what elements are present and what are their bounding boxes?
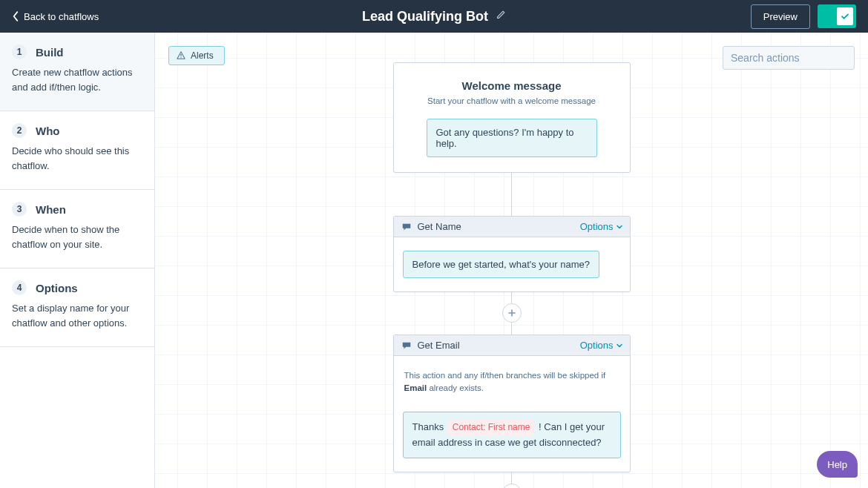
- main-area: 1 Build Create new chatflow actions and …: [0, 33, 868, 488]
- options-label: Options: [580, 221, 614, 232]
- chevron-left-icon: [12, 11, 19, 22]
- add-action-end: [502, 472, 522, 488]
- add-action-button[interactable]: [502, 303, 522, 323]
- node-header: Get Email Options: [394, 335, 630, 356]
- node-name: Get Email: [418, 340, 460, 351]
- steps-sidebar: 1 Build Create new chatflow actions and …: [0, 33, 155, 488]
- connector-line: [511, 291, 512, 303]
- sidebar-step-who[interactable]: 2 Who Decide who should see this chatflo…: [0, 111, 154, 190]
- step-number: 4: [12, 280, 27, 295]
- options-label: Options: [580, 340, 614, 351]
- step-number: 1: [12, 44, 27, 59]
- svg-point-0: [180, 57, 181, 58]
- contact-firstname-token: Contact: First name: [448, 420, 535, 435]
- check-icon: [841, 12, 849, 21]
- back-label: Back to chatflows: [24, 11, 99, 22]
- step-desc: Decide who should see this chatflow.: [12, 144, 142, 173]
- welcome-subtitle: Start your chatflow with a welcome messa…: [412, 96, 612, 105]
- caret-down-icon: [617, 343, 622, 349]
- node-name: Get Name: [418, 221, 461, 232]
- help-label: Help: [827, 459, 847, 470]
- get-email-bubble: Thanks Contact: First name ! Can I get y…: [403, 412, 621, 459]
- step-number: 3: [12, 202, 27, 217]
- sidebar-step-when[interactable]: 3 When Decide when to show the chatflow …: [0, 190, 154, 268]
- canvas[interactable]: Alerts Welcome message Start your chatfl…: [155, 33, 868, 488]
- connector-line: [511, 323, 512, 334]
- flow-column: Welcome message Start your chatflow with…: [393, 62, 631, 488]
- help-button[interactable]: Help: [817, 451, 858, 478]
- chat-icon: [401, 222, 412, 232]
- step-title: Who: [36, 125, 59, 137]
- publish-toggle[interactable]: [818, 4, 856, 28]
- step-number: 2: [12, 123, 27, 138]
- connector-line: [511, 472, 512, 484]
- plus-icon: [507, 309, 516, 317]
- skip-note-post: already exists.: [427, 383, 484, 392]
- warning-icon: [177, 51, 185, 60]
- chat-icon: [401, 340, 412, 351]
- sidebar-step-options[interactable]: 4 Options Set a display name for your ch…: [0, 268, 154, 347]
- add-action-between: [502, 291, 522, 334]
- publish-toggle-knob: [837, 7, 853, 25]
- connector-line: [511, 173, 512, 216]
- node-options-link[interactable]: Options: [580, 340, 622, 351]
- get-name-bubble: Before we get started, what's your name?: [403, 251, 600, 278]
- get-email-node[interactable]: Get Email Options This action and any if…: [393, 334, 631, 472]
- header-actions: Preview: [751, 4, 856, 29]
- step-desc: Set a display name for your chatflow and…: [12, 301, 142, 330]
- step-desc: Decide when to show the chatflow on your…: [12, 222, 142, 251]
- search-actions-field[interactable]: [723, 46, 855, 70]
- step-title: Options: [36, 282, 78, 294]
- bubble-text-pre: Thanks: [412, 421, 447, 432]
- page-title-wrap: Lead Qualifying Bot: [362, 9, 506, 24]
- pencil-icon: [496, 10, 506, 20]
- node-options-link[interactable]: Options: [580, 221, 622, 232]
- welcome-bubble: Got any questions? I'm happy to help.: [427, 119, 597, 157]
- page-title: Lead Qualifying Bot: [362, 9, 488, 24]
- get-name-node[interactable]: Get Name Options Before we get started, …: [393, 216, 631, 292]
- node-header: Get Name Options: [394, 217, 630, 237]
- welcome-title: Welcome message: [412, 79, 612, 92]
- search-input[interactable]: [731, 52, 861, 64]
- skip-note-bold: Email: [404, 383, 427, 392]
- skip-note: This action and any if/then branches wil…: [403, 369, 621, 395]
- caret-down-icon: [617, 224, 622, 230]
- sidebar-step-build[interactable]: 1 Build Create new chatflow actions and …: [0, 33, 154, 111]
- edit-title-button[interactable]: [496, 10, 506, 23]
- welcome-node[interactable]: Welcome message Start your chatflow with…: [393, 62, 631, 173]
- step-title: Build: [36, 46, 64, 59]
- alerts-label: Alerts: [191, 50, 214, 61]
- back-to-chatflows-link[interactable]: Back to chatflows: [12, 11, 99, 22]
- alerts-button[interactable]: Alerts: [168, 46, 225, 65]
- skip-note-pre: This action and any if/then branches wil…: [404, 371, 606, 380]
- add-action-button[interactable]: [502, 484, 522, 488]
- preview-button[interactable]: Preview: [751, 4, 810, 29]
- top-bar: Back to chatflows Lead Qualifying Bot Pr…: [0, 0, 868, 33]
- step-desc: Create new chatflow actions and add if/t…: [12, 65, 142, 94]
- step-title: When: [36, 203, 66, 216]
